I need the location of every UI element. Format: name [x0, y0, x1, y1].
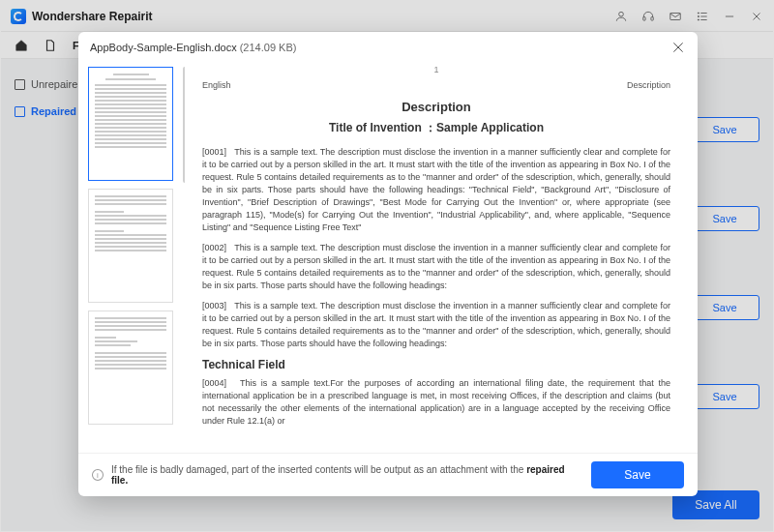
page-thumbnail[interactable]: [88, 67, 173, 181]
header-left: English: [202, 80, 231, 90]
modal-filename: AppBody-Sample-English.docx: [90, 42, 237, 53]
page-thumbnail[interactable]: [88, 310, 173, 425]
modal-filesize: (214.09 KB): [240, 42, 297, 53]
page-thumbnail[interactable]: [88, 189, 173, 303]
close-icon[interactable]: [670, 40, 686, 55]
doc-paragraph: [0004] This is a sample text.For the pur…: [202, 377, 670, 428]
info-icon: i: [92, 469, 104, 481]
header-right: Description: [627, 80, 670, 90]
modal-header: AppBody-Sample-English.docx (214.09 KB): [78, 32, 698, 63]
footer-message: If the file is badly damaged, part of th…: [111, 464, 583, 486]
doc-heading-2: Title of Invention ：Sample Application: [202, 120, 670, 136]
doc-paragraph: [0002] This is a sample text. The descri…: [202, 242, 670, 292]
doc-paragraph: [0003] This is a sample text. The descri…: [202, 300, 670, 350]
thumbnail-strip: [84, 63, 185, 453]
preview-modal: AppBody-Sample-English.docx (214.09 KB): [78, 32, 698, 496]
doc-heading-3: Technical Field: [202, 358, 670, 371]
doc-heading-1: Description: [202, 100, 670, 114]
document-viewport[interactable]: 1 English Description Description Title …: [185, 63, 688, 453]
save-button[interactable]: Save: [591, 461, 684, 488]
page-number: 1: [202, 65, 670, 74]
modal-footer: i If the file is badly damaged, part of …: [78, 453, 698, 496]
doc-paragraph: [0001] This is a sample text. The descri…: [202, 146, 670, 234]
